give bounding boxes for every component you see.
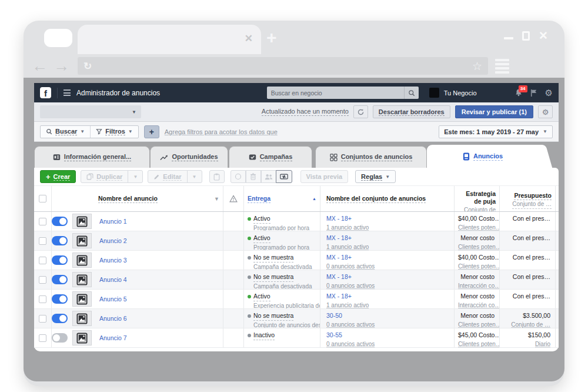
adset-link[interactable]: 30-50 xyxy=(326,312,450,320)
row-checkbox[interactable] xyxy=(39,257,46,264)
maximize-button[interactable] xyxy=(522,31,530,41)
row-checkbox[interactable] xyxy=(39,334,46,342)
business-search[interactable] xyxy=(267,87,419,99)
search-filter-button[interactable]: Buscar▼ xyxy=(41,126,90,138)
adset-link[interactable]: MX - 18+ xyxy=(326,273,450,281)
app-menu-icon[interactable] xyxy=(64,89,71,96)
ad-name-link[interactable]: Anuncio 7 xyxy=(99,334,127,341)
new-tab-button[interactable]: + xyxy=(266,28,277,48)
adset-link[interactable]: MX - 18+ xyxy=(326,293,450,301)
browser-tab[interactable]: ✕ xyxy=(78,25,261,54)
ad-toggle[interactable] xyxy=(52,314,68,323)
account-name[interactable]: Tu Negocio xyxy=(444,89,477,97)
duplicate-dropdown[interactable]: ▼ xyxy=(128,170,143,183)
url-bar[interactable]: ↻ ☆ xyxy=(78,57,488,75)
settings-gear-icon[interactable]: ⚙ xyxy=(545,88,553,97)
tab-oportunidades[interactable]: Oportunidades xyxy=(150,146,228,168)
adset-link[interactable]: MX - 18+ xyxy=(326,215,450,223)
rules-button[interactable]: Reglas▼ xyxy=(355,170,396,183)
ad-toggle[interactable] xyxy=(52,294,68,304)
close-button[interactable]: ✕ xyxy=(539,30,548,41)
ad-name-link[interactable]: Anuncio 6 xyxy=(99,315,127,322)
column-header-adset[interactable]: Nombre del conjunto de anuncios xyxy=(320,186,455,211)
search-input[interactable] xyxy=(267,89,404,97)
browser-menu-icon[interactable] xyxy=(495,59,509,74)
review-publish-button[interactable]: Revisar y publicar (1) xyxy=(455,105,533,118)
discard-drafts-button[interactable]: Descartar borradores xyxy=(373,105,450,118)
duplicate-button[interactable]: Duplicar xyxy=(81,170,128,183)
adset-link[interactable]: MX - 18+ xyxy=(326,234,450,242)
ad-toggle[interactable] xyxy=(52,236,68,245)
ad-name-cell: Anuncio 2 xyxy=(68,231,223,250)
facebook-logo[interactable]: f xyxy=(40,87,51,98)
adset-subtext: 0 anuncios activos xyxy=(326,263,375,270)
select-all-checkbox[interactable] xyxy=(39,195,46,202)
adset-subtext: 0 anuncios activos xyxy=(326,321,375,328)
tab-close-icon[interactable]: ✕ xyxy=(245,32,253,45)
chevron-down-icon: ▼ xyxy=(133,174,138,180)
filter-hint[interactable]: Agrega filtros para acotar los datos que xyxy=(165,128,278,135)
ad-thumbnail[interactable] xyxy=(72,311,92,326)
ad-toggle[interactable] xyxy=(52,333,68,343)
row-checkbox[interactable] xyxy=(39,315,46,323)
flag-icon[interactable] xyxy=(530,89,537,97)
date-range-selector[interactable]: Este mes: 1 may 2019 - 27 may▼ xyxy=(439,125,553,138)
delete-button[interactable] xyxy=(246,170,261,183)
ad-thumbnail[interactable] xyxy=(72,291,92,307)
tab-informacion-general[interactable]: Información general... xyxy=(34,146,150,168)
create-button[interactable]: + Crear xyxy=(40,170,76,183)
ad-thumbnail[interactable] xyxy=(72,272,92,287)
row-checkbox[interactable] xyxy=(39,218,46,225)
history-button[interactable] xyxy=(230,170,246,183)
minimize-button[interactable] xyxy=(504,37,513,39)
notifications-bell-icon[interactable]: 34 xyxy=(514,88,523,97)
ad-thumbnail[interactable] xyxy=(72,253,92,268)
adset-link[interactable]: 30-55 xyxy=(326,331,450,340)
clipboard-button[interactable] xyxy=(209,170,225,183)
delivery-cell: Inactivo xyxy=(244,328,320,347)
preview-button[interactable]: Vista previa xyxy=(300,170,349,183)
adset-cell: 30-50 0 anuncios activos xyxy=(320,309,455,328)
column-header-budget[interactable]: Presupuesto Conjunto de … xyxy=(500,186,556,211)
row-checkbox[interactable] xyxy=(39,276,46,284)
budget-cell: Con el pres… xyxy=(500,212,556,231)
reload-icon[interactable]: ↻ xyxy=(83,60,92,72)
search-icon[interactable] xyxy=(405,87,419,99)
bid-strategy-subtext: Interacción co… xyxy=(458,283,500,289)
chevron-down-icon[interactable]: ▼ xyxy=(214,196,219,202)
ad-name-link[interactable]: Anuncio 4 xyxy=(99,276,127,283)
ad-thumbnail[interactable] xyxy=(72,214,92,229)
column-header-warning[interactable] xyxy=(223,186,244,211)
back-icon[interactable]: ← xyxy=(32,58,48,74)
edit-dropdown[interactable]: ▼ xyxy=(187,170,202,183)
column-header-delivery[interactable]: Entrega ▲ xyxy=(244,186,320,211)
tab-campanas[interactable]: Campañas xyxy=(229,146,312,168)
avatar[interactable] xyxy=(429,88,439,98)
ad-name-link[interactable]: Anuncio 2 xyxy=(99,237,127,244)
ad-name-link[interactable]: Anuncio 3 xyxy=(99,257,127,264)
ad-thumbnail[interactable] xyxy=(72,233,92,248)
column-header-bid-strategy[interactable]: Estrategia de puja Conjunto de a… xyxy=(455,186,500,211)
filters-button[interactable]: Filtros▼ xyxy=(90,126,138,138)
audience-button[interactable] xyxy=(261,170,276,183)
forward-icon[interactable]: → xyxy=(54,58,69,74)
ad-toggle[interactable] xyxy=(52,217,68,226)
ad-thumbnail[interactable] xyxy=(72,330,92,346)
column-header-name[interactable]: Nombre del anuncio ▼ xyxy=(68,186,223,211)
adset-link[interactable]: MX - 18+ xyxy=(326,254,450,262)
ab-test-button[interactable] xyxy=(276,170,292,183)
add-filter-button[interactable]: + xyxy=(144,125,159,138)
ad-toggle[interactable] xyxy=(52,255,68,265)
bookmark-star-icon[interactable]: ☆ xyxy=(472,61,482,72)
edit-button[interactable]: Editar xyxy=(148,170,187,183)
row-checkbox[interactable] xyxy=(39,237,46,245)
tab-conjuntos-de-anuncios[interactable]: Conjuntos de anuncios xyxy=(315,146,427,168)
toolbar-gear-icon[interactable]: ⚙ xyxy=(538,105,553,118)
ad-name-link[interactable]: Anuncio 1 xyxy=(99,218,127,225)
refresh-button[interactable] xyxy=(353,105,368,118)
account-selector[interactable]: ▼ xyxy=(40,105,141,118)
ad-toggle[interactable] xyxy=(52,275,68,284)
ad-name-link[interactable]: Anuncio 5 xyxy=(99,295,127,303)
row-checkbox[interactable] xyxy=(39,295,46,303)
tab-anuncios[interactable]: Anuncios xyxy=(427,145,539,168)
